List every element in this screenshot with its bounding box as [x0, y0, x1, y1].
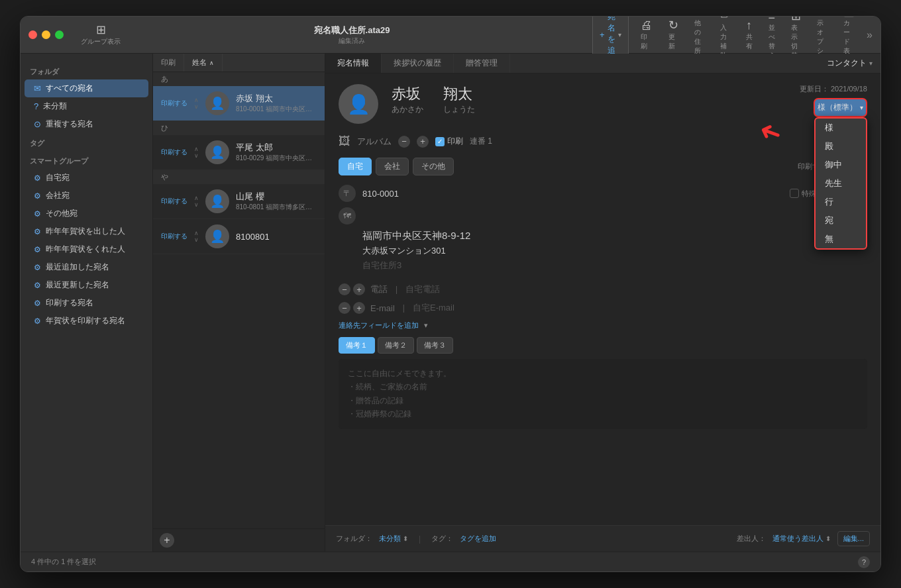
- honorific-dropdown-menu: 様 殿 御中 先生 行 宛 無: [814, 117, 867, 250]
- print-badge-2[interactable]: 印刷する: [161, 148, 187, 157]
- phone-plus-button[interactable]: +: [353, 283, 365, 295]
- address-line2: 大赤坂マンション301: [362, 245, 867, 257]
- order-arrows-3[interactable]: ∧∨: [194, 195, 199, 208]
- update-button[interactable]: ↻ 更新: [664, 18, 682, 52]
- sidebar-item-duplicates[interactable]: ⊙ 重複する宛名: [25, 115, 148, 133]
- order-arrows-2[interactable]: ∧∨: [194, 146, 199, 159]
- sender-select-arrow: ⬍: [825, 535, 831, 542]
- notes-tab-2[interactable]: 備考２: [378, 337, 414, 354]
- sidebar-item-sent-last-year[interactable]: ⚙ 昨年年賀状を出した人: [25, 222, 148, 240]
- addr-tab-home[interactable]: 自宅: [339, 158, 372, 175]
- tag-select[interactable]: タグを追加: [460, 534, 496, 544]
- notes-tab-3[interactable]: 備考３: [417, 337, 453, 354]
- group-view-icon: ⊞: [96, 24, 106, 36]
- notes-tab-1[interactable]: 備考１: [339, 337, 375, 354]
- addr-tab-other[interactable]: その他: [413, 158, 454, 175]
- question-icon: ?: [34, 101, 38, 111]
- name-col-header[interactable]: 姓名 ∧: [184, 54, 223, 72]
- pencil-icon: ✏: [720, 16, 730, 22]
- sidebar-item-home[interactable]: ⚙ 自宅宛: [25, 169, 148, 187]
- album-plus-button[interactable]: +: [417, 136, 429, 148]
- album-row: 🖼 アルバム − + ✓ 印刷 連番 1: [339, 134, 867, 148]
- fullscreen-button[interactable]: [55, 30, 64, 39]
- sender-select[interactable]: 通常使う差出人 ⬍: [772, 534, 831, 544]
- sidebar-item-print[interactable]: ⚙ 印刷する宛名: [25, 294, 148, 312]
- detail-avatar: 👤: [339, 84, 378, 124]
- close-button[interactable]: [28, 30, 37, 39]
- contact-info-3: 山尾 櫻 810-0801 福岡市博多区中洲6-7-15-...: [236, 191, 317, 212]
- honorific-area: 様（標準） ▾ 様 殿 御中 先生 行 宛: [814, 98, 867, 117]
- group-view-button[interactable]: ⊞ グループ表示: [77, 23, 125, 48]
- tag-section-title: タグ: [21, 133, 152, 151]
- add-contact-button[interactable]: +: [160, 533, 174, 548]
- contact-tab-arrow: ▾: [869, 60, 873, 67]
- print-badge-1[interactable]: 印刷する: [161, 99, 187, 108]
- detail-panel: 宛名情報 挨拶状の履歴 贈答管理 コンタクト ▾ 👤: [325, 54, 880, 552]
- contact-name-4: 8100801: [236, 232, 317, 242]
- sidebar-item-recently-added[interactable]: ⚙ 最近追加した宛名: [25, 258, 148, 276]
- tab-gift-management[interactable]: 贈答管理: [454, 54, 510, 73]
- tab-greeting-history[interactable]: 挨拶状の履歴: [382, 54, 454, 73]
- add-field-arrow[interactable]: ▾: [424, 321, 428, 330]
- detail-footer: フォルダ： 未分類 ⬍ | タグ： タグを追加 差出人： 通常使う差出人 ⬍ 編…: [325, 525, 880, 552]
- map-icon: 🗺: [339, 207, 356, 224]
- email-minus-button[interactable]: −: [339, 302, 350, 314]
- kana-section-a: あ: [153, 72, 325, 86]
- detail-top-right: 更新日： 2021/09/18 様（標準） ▾: [755, 84, 867, 124]
- honorific-option-nashi[interactable]: 無: [816, 230, 866, 248]
- help-button[interactable]: ?: [858, 556, 870, 568]
- contact-item-4[interactable]: 印刷する ∧∨ 👤 8100801: [153, 219, 325, 254]
- contact-name-1: 赤坂 翔太: [236, 93, 317, 105]
- edit-button[interactable]: 編集...: [837, 531, 870, 546]
- gear-icon-home: ⚙: [34, 173, 41, 183]
- honorific-dropdown[interactable]: 様（標準） ▾ 様 殿 御中 先生 行 宛: [814, 98, 867, 117]
- order-arrows-4[interactable]: ∧∨: [194, 230, 199, 243]
- print-button[interactable]: 🖨 印刷: [637, 18, 657, 52]
- honorific-option-ate[interactable]: 宛: [816, 211, 866, 230]
- contact-item-1[interactable]: 印刷する ∧∨ 👤 赤坂 翔太 810-0001 福岡市中央区天神8-9-12.…: [153, 86, 325, 121]
- sidebar-item-received-last-year[interactable]: ⚙ 昨年年賀状をくれた人: [25, 240, 148, 258]
- email-plus-button[interactable]: +: [353, 302, 365, 314]
- gear-icon-added: ⚙: [34, 263, 41, 272]
- honorific-option-onaka[interactable]: 御中: [816, 156, 866, 174]
- sidebar-item-nenga-print[interactable]: ⚙ 年賀状を印刷する宛名: [25, 312, 148, 330]
- contact-item-3[interactable]: 印刷する ∧∨ 👤 山尾 櫻 810-0801 福岡市博多区中洲6-7-15-.…: [153, 184, 325, 219]
- folder-section-title: フォルダ: [21, 62, 152, 79]
- more-button[interactable]: »: [867, 29, 873, 41]
- honorific-option-sensei[interactable]: 先生: [816, 174, 866, 193]
- sidebar-item-all[interactable]: ✉ すべての宛名: [25, 79, 148, 97]
- toggle-icon: ⊞: [791, 16, 801, 22]
- avatar-4: 👤: [205, 224, 229, 248]
- gear-icon-other: ⚙: [34, 209, 41, 219]
- sidebar-item-unclassified[interactable]: ? 未分類: [25, 97, 148, 115]
- email-pm-btns: − +: [339, 302, 365, 314]
- order-arrows-1[interactable]: ∧∨: [194, 97, 199, 110]
- contact-item-2[interactable]: 印刷する ∧∨ 👤 平尾 太郎 810-0029 福岡市中央区平尾浄水町9-..…: [153, 135, 325, 170]
- album-minus-button[interactable]: −: [398, 136, 410, 148]
- honorific-option-sama[interactable]: 様: [816, 119, 866, 137]
- phone-minus-button[interactable]: −: [339, 283, 350, 295]
- gear-icon-updated: ⚙: [34, 281, 41, 290]
- notes-area[interactable]: ここに自由にメモできます。・続柄、ご家族の名前・贈答品の記録・冠婚葬祭の記録: [339, 359, 867, 429]
- sidebar-item-other[interactable]: ⚙ その他宛: [25, 205, 148, 222]
- honorific-select-button[interactable]: 様（標準） ▾: [814, 98, 867, 117]
- print-badge-3[interactable]: 印刷する: [161, 197, 187, 206]
- address-block: 福岡市中央区天神8-9-12 大赤坂マンション301 自宅住所3: [339, 230, 867, 277]
- add-contact-field-link[interactable]: 連絡先フィールドを追加: [339, 320, 419, 330]
- dropdown-arrow-icon: ▾: [860, 104, 863, 111]
- sidebar-item-work[interactable]: ⚙ 会社宛: [25, 187, 148, 205]
- print-col-header[interactable]: 印刷: [153, 54, 184, 72]
- honorific-option-iki[interactable]: 行: [816, 193, 866, 211]
- share-button[interactable]: ↑ 共有: [742, 18, 757, 52]
- folder-select-arrow: ⬍: [403, 535, 408, 542]
- honorific-option-dono[interactable]: 殿: [816, 137, 866, 156]
- sidebar-item-recently-updated[interactable]: ⚙ 最近更新した宛名: [25, 276, 148, 294]
- minimize-button[interactable]: [42, 30, 50, 39]
- addr-tab-work[interactable]: 会社: [376, 158, 409, 175]
- tab-address-info[interactable]: 宛名情報: [325, 54, 382, 73]
- folder-select[interactable]: 未分類 ⬍: [379, 534, 408, 544]
- print-badge-4[interactable]: 印刷する: [161, 232, 187, 241]
- tab-contact[interactable]: コンタクト ▾: [819, 54, 880, 73]
- print-checkbox[interactable]: ✓ 印刷: [435, 136, 463, 147]
- special-checkbox-empty: [790, 189, 799, 198]
